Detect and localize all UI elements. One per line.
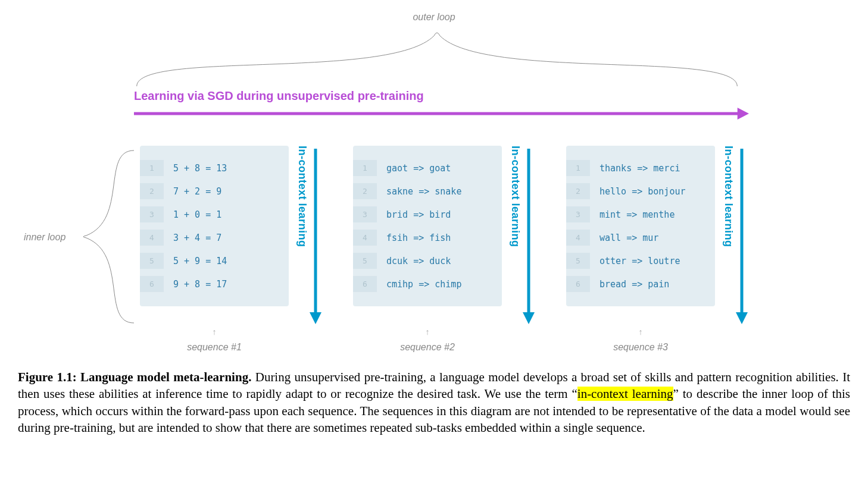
list-item: 55 + 9 = 14 [140,249,278,272]
in-context-label: In-context learning [296,146,308,247]
in-context-arrow-2: In-context learning [509,146,536,324]
sequences-row: 15 + 8 = 13 27 + 2 = 9 31 + 0 = 1 43 + 4… [140,146,749,353]
list-item: 43 + 4 = 7 [140,226,278,249]
inner-loop-label: inner loop [24,232,65,243]
list-item: 3brid => bird [353,203,491,226]
outer-loop-label: outer loop [413,12,455,23]
list-item: 2sakne => snake [353,180,491,203]
list-item: 5dcuk => duck [353,249,491,272]
list-item: 6cmihp => chimp [353,272,491,296]
sequence-3-caption: sequence #3 [566,342,715,353]
down-arrow-icon [308,146,323,324]
figure-caption: Figure 1.1: Language model meta-learning… [12,369,856,436]
list-item: 1gaot => goat [353,156,491,180]
list-item: 4fsih => fish [353,226,491,249]
up-arrow-icon: ↑ [353,328,502,337]
sgd-section: Learning via SGD during unsupervised pre… [134,89,749,122]
list-item: 5otter => loutre [566,249,704,272]
sequence-3-box: 1thanks => merci 2hello => bonjour 3mint… [566,146,715,306]
inner-loop-brace [77,147,137,326]
sgd-label: Learning via SGD during unsupervised pre… [134,89,749,103]
sequence-1-group: 15 + 8 = 13 27 + 2 = 9 31 + 0 = 1 43 + 4… [140,146,323,353]
sequence-3-group: 1thanks => merci 2hello => bonjour 3mint… [566,146,749,353]
up-arrow-icon: ↑ [566,328,715,337]
svg-marker-7 [736,312,748,324]
in-context-label: In-context learning [509,146,522,247]
in-context-arrow-3: In-context learning [722,146,749,324]
list-item: 31 + 0 = 1 [140,203,278,226]
sequence-2-box: 1gaot => goat 2sakne => snake 3brid => b… [353,146,502,306]
svg-marker-5 [523,312,535,324]
sequence-2-caption: sequence #2 [353,342,502,353]
in-context-arrow-1: In-context learning [296,146,323,324]
down-arrow-icon [735,146,749,324]
in-context-label: In-context learning [722,146,735,247]
list-item: 1thanks => merci [566,156,704,180]
list-item: 2hello => bonjour [566,180,704,203]
diagram: outer loop Learning via SGD during unsup… [12,6,856,363]
list-item: 69 + 8 = 17 [140,272,278,296]
list-item: 27 + 2 = 9 [140,180,278,203]
list-item: 15 + 8 = 13 [140,156,278,180]
sequence-1-box: 15 + 8 = 13 27 + 2 = 9 31 + 0 = 1 43 + 4… [140,146,289,306]
sequence-2-group: 1gaot => goat 2sakne => snake 3brid => b… [353,146,536,353]
figure-caption-title: Figure 1.1: Language model meta-learning… [18,370,251,384]
figure-container: outer loop Learning via SGD during unsup… [0,0,868,448]
outer-loop-brace [131,24,743,92]
list-item: 6bread => pain [566,272,704,296]
svg-marker-1 [738,108,749,120]
down-arrow-icon [522,146,536,324]
svg-marker-3 [310,312,321,324]
list-item: 3mint => menthe [566,203,704,226]
sequence-1-caption: sequence #1 [140,342,289,353]
up-arrow-icon: ↑ [140,328,289,337]
sgd-arrow-icon [134,108,749,120]
highlighted-term: in-context learning [577,387,673,401]
list-item: 4wall => mur [566,226,704,249]
